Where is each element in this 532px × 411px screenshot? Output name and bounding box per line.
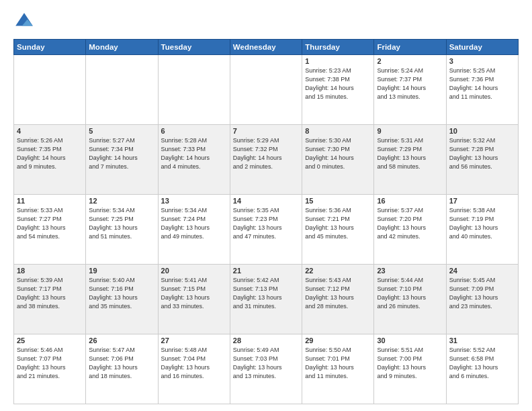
day-info: Sunrise: 5:24 AM Sunset: 7:37 PM Dayligh… <box>377 66 443 101</box>
day-info: Sunrise: 5:35 AM Sunset: 7:23 PM Dayligh… <box>233 206 299 241</box>
calendar-cell: 17Sunrise: 5:38 AM Sunset: 7:19 PM Dayli… <box>446 195 518 265</box>
day-number: 21 <box>233 267 299 275</box>
day-number: 2 <box>377 57 443 65</box>
day-number: 25 <box>17 336 83 345</box>
day-info: Sunrise: 5:42 AM Sunset: 7:13 PM Dayligh… <box>233 276 299 311</box>
day-number: 19 <box>89 267 154 275</box>
day-info: Sunrise: 5:44 AM Sunset: 7:10 PM Dayligh… <box>377 276 443 311</box>
day-info: Sunrise: 5:46 AM Sunset: 7:07 PM Dayligh… <box>17 346 83 381</box>
calendar-cell <box>230 55 302 125</box>
calendar-cell: 21Sunrise: 5:42 AM Sunset: 7:13 PM Dayli… <box>230 265 302 334</box>
calendar-cell: 24Sunrise: 5:45 AM Sunset: 7:09 PM Dayli… <box>446 265 518 334</box>
page: SundayMondayTuesdayWednesdayThursdayFrid… <box>0 0 532 411</box>
weekday-header-sunday: Sunday <box>14 40 86 55</box>
day-number: 14 <box>233 197 299 205</box>
day-number: 16 <box>377 197 443 205</box>
day-info: Sunrise: 5:23 AM Sunset: 7:38 PM Dayligh… <box>305 66 371 101</box>
weekday-header-friday: Friday <box>374 40 446 55</box>
day-info: Sunrise: 5:40 AM Sunset: 7:16 PM Dayligh… <box>89 276 154 311</box>
day-number: 28 <box>233 336 299 345</box>
calendar-cell: 16Sunrise: 5:37 AM Sunset: 7:20 PM Dayli… <box>374 195 446 265</box>
calendar-cell: 27Sunrise: 5:48 AM Sunset: 7:04 PM Dayli… <box>158 334 230 404</box>
day-number: 24 <box>449 267 515 275</box>
calendar-cell: 11Sunrise: 5:33 AM Sunset: 7:27 PM Dayli… <box>14 195 86 265</box>
day-number: 9 <box>377 127 443 135</box>
day-number: 30 <box>377 336 443 345</box>
header <box>13 11 519 32</box>
calendar-cell: 25Sunrise: 5:46 AM Sunset: 7:07 PM Dayli… <box>14 334 86 404</box>
day-number: 11 <box>17 197 83 205</box>
day-number: 17 <box>449 197 515 205</box>
calendar-cell: 14Sunrise: 5:35 AM Sunset: 7:23 PM Dayli… <box>230 195 302 265</box>
weekday-header-row: SundayMondayTuesdayWednesdayThursdayFrid… <box>14 40 519 55</box>
calendar-cell: 3Sunrise: 5:25 AM Sunset: 7:36 PM Daylig… <box>446 55 518 125</box>
calendar-cell <box>86 55 158 125</box>
calendar-row-0: 1Sunrise: 5:23 AM Sunset: 7:38 PM Daylig… <box>14 55 519 125</box>
calendar-cell: 20Sunrise: 5:41 AM Sunset: 7:15 PM Dayli… <box>158 265 230 334</box>
calendar-cell: 29Sunrise: 5:50 AM Sunset: 7:01 PM Dayli… <box>302 334 374 404</box>
day-info: Sunrise: 5:32 AM Sunset: 7:28 PM Dayligh… <box>449 136 515 171</box>
day-number: 15 <box>305 197 371 205</box>
calendar-cell: 2Sunrise: 5:24 AM Sunset: 7:37 PM Daylig… <box>374 55 446 125</box>
logo-icon <box>13 11 35 32</box>
day-number: 31 <box>449 336 515 345</box>
day-info: Sunrise: 5:37 AM Sunset: 7:20 PM Dayligh… <box>377 206 443 241</box>
calendar-cell: 1Sunrise: 5:23 AM Sunset: 7:38 PM Daylig… <box>302 55 374 125</box>
day-info: Sunrise: 5:26 AM Sunset: 7:35 PM Dayligh… <box>17 136 83 171</box>
calendar-table: SundayMondayTuesdayWednesdayThursdayFrid… <box>13 39 519 404</box>
calendar-cell: 30Sunrise: 5:51 AM Sunset: 7:00 PM Dayli… <box>374 334 446 404</box>
day-info: Sunrise: 5:51 AM Sunset: 7:00 PM Dayligh… <box>377 346 443 381</box>
day-info: Sunrise: 5:25 AM Sunset: 7:36 PM Dayligh… <box>449 66 515 101</box>
day-info: Sunrise: 5:28 AM Sunset: 7:33 PM Dayligh… <box>161 136 227 171</box>
calendar-cell: 28Sunrise: 5:49 AM Sunset: 7:03 PM Dayli… <box>230 334 302 404</box>
logo <box>13 11 38 32</box>
day-number: 6 <box>161 127 227 135</box>
calendar-cell: 18Sunrise: 5:39 AM Sunset: 7:17 PM Dayli… <box>14 265 86 334</box>
calendar-cell: 7Sunrise: 5:29 AM Sunset: 7:32 PM Daylig… <box>230 125 302 195</box>
day-info: Sunrise: 5:38 AM Sunset: 7:19 PM Dayligh… <box>449 206 515 241</box>
day-info: Sunrise: 5:34 AM Sunset: 7:25 PM Dayligh… <box>89 206 154 241</box>
day-number: 3 <box>449 57 515 65</box>
calendar-row-3: 18Sunrise: 5:39 AM Sunset: 7:17 PM Dayli… <box>14 265 519 334</box>
calendar-cell: 9Sunrise: 5:31 AM Sunset: 7:29 PM Daylig… <box>374 125 446 195</box>
day-info: Sunrise: 5:33 AM Sunset: 7:27 PM Dayligh… <box>17 206 83 241</box>
day-info: Sunrise: 5:29 AM Sunset: 7:32 PM Dayligh… <box>233 136 299 171</box>
calendar-cell: 22Sunrise: 5:43 AM Sunset: 7:12 PM Dayli… <box>302 265 374 334</box>
calendar-cell: 10Sunrise: 5:32 AM Sunset: 7:28 PM Dayli… <box>446 125 518 195</box>
calendar-cell: 19Sunrise: 5:40 AM Sunset: 7:16 PM Dayli… <box>86 265 158 334</box>
day-info: Sunrise: 5:50 AM Sunset: 7:01 PM Dayligh… <box>305 346 371 381</box>
day-number: 4 <box>17 127 83 135</box>
calendar-row-2: 11Sunrise: 5:33 AM Sunset: 7:27 PM Dayli… <box>14 195 519 265</box>
day-info: Sunrise: 5:45 AM Sunset: 7:09 PM Dayligh… <box>449 276 515 311</box>
day-number: 13 <box>161 197 227 205</box>
weekday-header-wednesday: Wednesday <box>230 40 302 55</box>
day-info: Sunrise: 5:39 AM Sunset: 7:17 PM Dayligh… <box>17 276 83 311</box>
day-info: Sunrise: 5:31 AM Sunset: 7:29 PM Dayligh… <box>377 136 443 171</box>
weekday-header-thursday: Thursday <box>302 40 374 55</box>
day-number: 7 <box>233 127 299 135</box>
day-number: 20 <box>161 267 227 275</box>
weekday-header-tuesday: Tuesday <box>158 40 230 55</box>
day-number: 18 <box>17 267 83 275</box>
calendar-cell: 8Sunrise: 5:30 AM Sunset: 7:30 PM Daylig… <box>302 125 374 195</box>
calendar-cell: 23Sunrise: 5:44 AM Sunset: 7:10 PM Dayli… <box>374 265 446 334</box>
calendar-cell: 15Sunrise: 5:36 AM Sunset: 7:21 PM Dayli… <box>302 195 374 265</box>
day-info: Sunrise: 5:41 AM Sunset: 7:15 PM Dayligh… <box>161 276 227 311</box>
calendar-cell: 5Sunrise: 5:27 AM Sunset: 7:34 PM Daylig… <box>86 125 158 195</box>
weekday-header-monday: Monday <box>86 40 158 55</box>
day-number: 23 <box>377 267 443 275</box>
day-info: Sunrise: 5:34 AM Sunset: 7:24 PM Dayligh… <box>161 206 227 241</box>
calendar-cell <box>14 55 86 125</box>
calendar-cell: 4Sunrise: 5:26 AM Sunset: 7:35 PM Daylig… <box>14 125 86 195</box>
day-number: 12 <box>89 197 154 205</box>
day-number: 10 <box>449 127 515 135</box>
day-info: Sunrise: 5:27 AM Sunset: 7:34 PM Dayligh… <box>89 136 154 171</box>
day-info: Sunrise: 5:47 AM Sunset: 7:06 PM Dayligh… <box>89 346 154 381</box>
calendar-row-4: 25Sunrise: 5:46 AM Sunset: 7:07 PM Dayli… <box>14 334 519 404</box>
day-number: 5 <box>89 127 154 135</box>
calendar-cell <box>158 55 230 125</box>
day-number: 26 <box>89 336 154 345</box>
day-info: Sunrise: 5:52 AM Sunset: 6:58 PM Dayligh… <box>449 346 515 381</box>
day-info: Sunrise: 5:49 AM Sunset: 7:03 PM Dayligh… <box>233 346 299 381</box>
day-number: 8 <box>305 127 371 135</box>
